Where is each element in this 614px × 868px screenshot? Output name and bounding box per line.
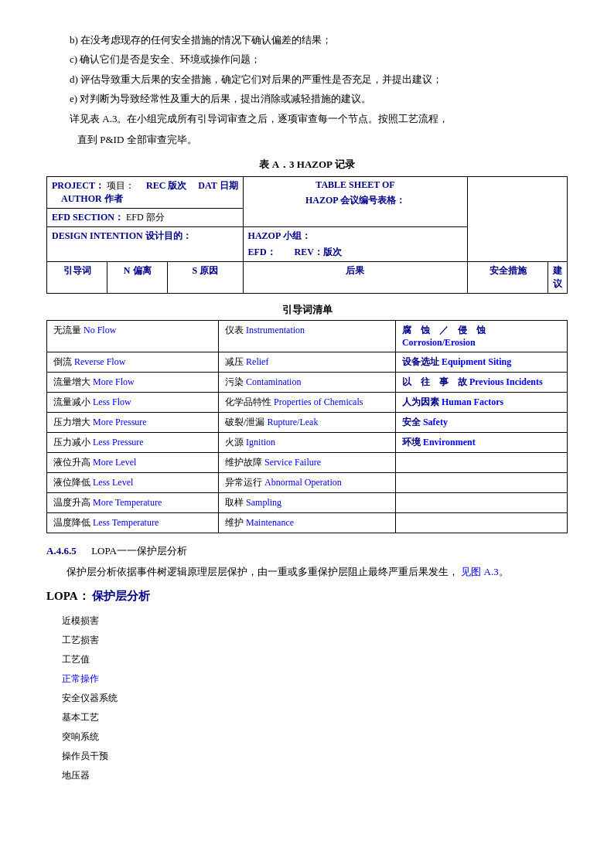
instrument-cn: 异常运行 xyxy=(225,477,262,488)
hazop-col-headers: 引导词 N 偏离 S 原因 后果 安全措施 建议 xyxy=(47,262,568,294)
project-label: PROJECT： xyxy=(52,180,104,191)
guide-table-row: 无流量 No Flow仪表 Instrumentation腐 蚀 ／ 侵 蚀 C… xyxy=(47,321,568,352)
design-label: DESIGN INTENTION 设计目的： xyxy=(52,230,192,241)
guide-en: Less Temperature xyxy=(93,517,159,528)
col-safeguard: 安全措施 xyxy=(489,265,527,276)
instrument-cn: 取样 xyxy=(225,497,244,508)
guide-en: Reverse Flow xyxy=(74,356,125,367)
guide-en: More Level xyxy=(93,457,136,468)
hazop-meeting: HAZOP 会议编号表格： xyxy=(248,194,463,207)
intro-line-d: d) 评估导致重大后果的安全措施，确定它们对后果的严重性是否充足，并提出建议； xyxy=(70,70,568,88)
section-title-text: LOPA一一保护层分析 xyxy=(91,545,187,557)
guide-en: More Pressure xyxy=(93,417,147,427)
guide-table-row: 压力减小 Less Pressure火源 Ignition环境 Environm… xyxy=(47,433,568,453)
guide-en: No Flow xyxy=(84,325,116,335)
lopa-item: 近模损害 xyxy=(62,611,568,630)
corrosion-en: Previous Incidents xyxy=(469,376,543,387)
guide-cn: 流量减小 xyxy=(53,397,90,407)
efd-label: EFD： xyxy=(248,247,276,257)
col-deviation: N 偏离 xyxy=(112,264,162,277)
corrosion-cn: 以 往 事 故 xyxy=(402,376,467,387)
instrument-en: Ignition xyxy=(246,437,275,448)
corrosion-cn: 环境 xyxy=(402,437,421,448)
author-label: AUTHOR 作者 xyxy=(61,193,123,204)
table-sheet: TABLE SHEET OF xyxy=(248,179,463,191)
instrument-en: Sampling xyxy=(246,497,281,508)
instrument-en: Relief xyxy=(246,356,268,367)
section-label: A.4.6.5 xyxy=(46,545,77,557)
hazop-row-3: DESIGN INTENTION 设计目的： HAZOP 小组： EFD： RE… xyxy=(47,227,568,262)
lopa-title-label: LOPA： xyxy=(46,590,90,602)
corrosion-en: Safety xyxy=(423,417,448,427)
hazop-table: PROJECT： 项目： REC 版次 DAT 日期 AUTHOR 作者 TAB… xyxy=(46,176,568,294)
section-ref: 见图 A.3。 xyxy=(461,566,508,577)
section-body: 保护层分析依据事件树逻辑原理层层保护，由一重或多重保护层阻止最终严重后果发生， … xyxy=(46,563,568,580)
rec-label: REC 版次 xyxy=(146,180,186,191)
efd-section-cn: EFD 部分 xyxy=(126,212,165,223)
corrosion-en: Corrosion/Erosion xyxy=(402,337,476,348)
guide-list-title: 引导词清单 xyxy=(46,303,568,317)
instrument-en: Service Failure xyxy=(264,457,321,468)
section-block: A.4.6.5 LOPA一一保护层分析 保护层分析依据事件树逻辑原理层层保护，由… xyxy=(46,544,568,580)
guide-cn: 液位升高 xyxy=(53,457,90,468)
guide-cn: 无流量 xyxy=(53,325,81,335)
instrument-en: Rupture/Leak xyxy=(267,417,318,427)
guide-table-row: 温度降低 Less Temperature维护 Maintenance xyxy=(47,513,568,533)
col-consequence: 后果 xyxy=(346,265,364,276)
col-guide-word: 引导词 xyxy=(63,265,91,276)
hazop-group-label: HAZOP 小组： xyxy=(248,230,463,243)
intro-line-f: 详见表 A.3。在小组完成所有引导词审查之后，逐项审查每一个节点。按照工艺流程， xyxy=(70,110,568,128)
lopa-item: 地压器 xyxy=(62,766,568,785)
corrosion-cn: 设备选址 xyxy=(402,356,439,367)
corrosion-cn: 腐 蚀 ／ 侵 蚀 xyxy=(402,325,486,335)
lopa-subtitle: 保护层分析 xyxy=(92,590,150,602)
guide-table-row: 倒流 Reverse Flow减压 Relief设备选址 Equipment S… xyxy=(47,352,568,373)
guide-table: 无流量 No Flow仪表 Instrumentation腐 蚀 ／ 侵 蚀 C… xyxy=(46,320,568,533)
guide-en: More Flow xyxy=(93,376,135,387)
guide-en: More Temperature xyxy=(93,497,162,508)
lopa-item: 突响系统 xyxy=(62,727,568,746)
corrosion-cn: 安全 xyxy=(402,417,421,427)
guide-table-row: 液位升高 More Level维护故障 Service Failure xyxy=(47,453,568,473)
intro-line-e: e) 对判断为导致经常性及重大的后果，提出消除或减轻措施的建议。 xyxy=(70,90,568,107)
guide-table-row: 液位降低 Less Level异常运行 Abnormal Operation xyxy=(47,473,568,493)
instrument-cn: 维护 xyxy=(225,517,244,528)
instrument-en: Maintenance xyxy=(246,517,294,528)
efd-section-label: EFD SECTION： xyxy=(52,212,124,223)
guide-en: Less Level xyxy=(93,477,133,488)
guide-cn: 温度升高 xyxy=(53,497,90,508)
instrument-en: Instrumentation xyxy=(246,325,305,335)
table-title: 表 A．3 HAZOP 记录 xyxy=(46,158,568,172)
lopa-item: 安全仪器系统 xyxy=(62,689,568,707)
guide-cn: 液位降低 xyxy=(53,477,90,488)
corrosion-cn: 人为因素 xyxy=(402,397,439,407)
instrument-cn: 维护故障 xyxy=(225,457,262,468)
col-recommendation: 建议 xyxy=(553,265,562,289)
lopa-item: 工艺损害 xyxy=(62,631,568,649)
guide-cn: 温度降低 xyxy=(53,517,90,528)
intro-last: 直到 P&ID 全部审查完毕。 xyxy=(77,131,568,148)
lopa-item: 正常操作 xyxy=(62,669,568,688)
lopa-header: LOPA： 保护层分析 xyxy=(46,589,568,604)
instrument-cn: 仪表 xyxy=(225,325,244,335)
col-cause: S 原因 xyxy=(193,265,219,276)
guide-table-row: 流量增大 More Flow污染 Contamination以 往 事 故 Pr… xyxy=(47,373,568,393)
section-title-line: A.4.6.5 LOPA一一保护层分析 xyxy=(46,544,568,558)
guide-en: Less Flow xyxy=(93,397,131,407)
guide-cn: 压力减小 xyxy=(53,437,90,448)
guide-cn: 压力增大 xyxy=(53,417,90,427)
lopa-item: 基本工艺 xyxy=(62,708,568,727)
guide-cn: 流量增大 xyxy=(53,376,90,387)
intro-block: b) 在没考虑现存的任何安全措施的情况下确认偏差的结果； c) 确认它们是否是安… xyxy=(46,31,568,148)
instrument-cn: 火源 xyxy=(225,437,244,448)
instrument-cn: 污染 xyxy=(225,376,244,387)
corrosion-en: Human Factors xyxy=(442,397,503,407)
dat-label: DAT 日期 xyxy=(198,180,237,191)
lopa-item: 工艺值 xyxy=(62,650,568,669)
instrument-cn: 化学品特性 xyxy=(225,397,271,407)
instrument-cn: 减压 xyxy=(225,356,244,367)
lopa-item: 操作员干预 xyxy=(62,747,568,765)
instrument-en: Properties of Chemicals xyxy=(274,397,363,407)
instrument-en: Abnormal Operation xyxy=(264,477,342,488)
corrosion-en: Environment xyxy=(423,437,476,448)
